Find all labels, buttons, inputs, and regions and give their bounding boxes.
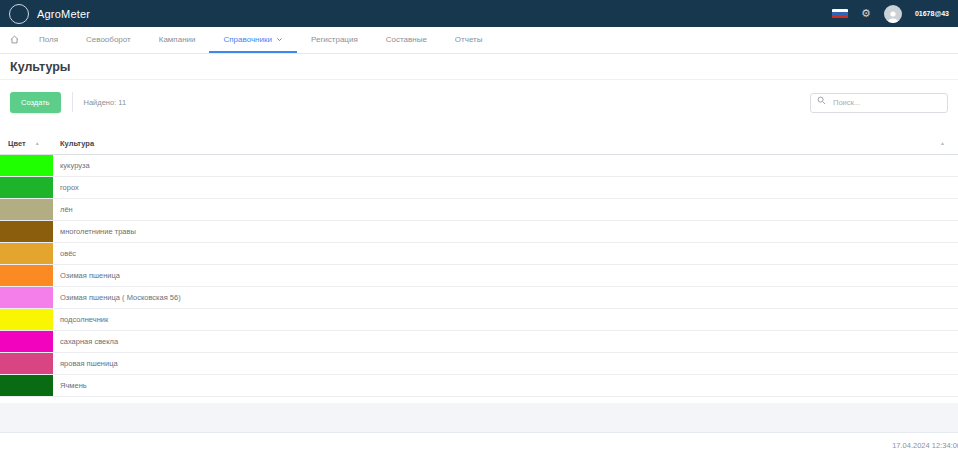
crop-name: многолетниние травы <box>53 221 958 242</box>
crop-name: овёс <box>53 243 958 264</box>
main-nav: Поля Севооборот Кампании Справочники Рег… <box>0 27 958 54</box>
nav-tab-composites[interactable]: Составные <box>372 27 441 53</box>
chevron-down-icon <box>276 36 283 43</box>
nav-tab-label: Справочники <box>223 35 271 44</box>
toolbar: Создать Найдено: 11 <box>0 80 958 124</box>
table-body: кукурузагорохлёнмноголетниние травыовёсО… <box>0 155 958 397</box>
nav-tab-reports[interactable]: Отчеты <box>441 27 497 53</box>
column-header-color[interactable]: Цвет ▲ <box>0 139 53 148</box>
crop-name: Ячмень <box>53 375 958 396</box>
app-brand[interactable]: AgroMeter <box>9 4 90 24</box>
crop-color-swatch <box>0 243 53 264</box>
crop-color-swatch <box>0 177 53 198</box>
crop-color-swatch <box>0 221 53 242</box>
crop-color-swatch <box>0 199 53 220</box>
crop-name: подсолнечник <box>53 309 958 330</box>
top-navbar: AgroMeter ⚙ 01678@43 <box>0 0 958 27</box>
crop-name: Озимая пшеница ( Московская 56) <box>53 287 958 308</box>
footer-timestamp: 17.04.2024 12:34:00 <box>892 441 958 450</box>
crop-color-swatch <box>0 309 53 330</box>
crop-color-swatch <box>0 155 53 176</box>
crop-name: сахарная свекла <box>53 331 958 352</box>
crops-table: Цвет ▲ Культура ▲ кукурузагорохлёнмногол… <box>0 132 958 397</box>
table-row[interactable]: сахарная свекла <box>0 331 958 353</box>
title-bar: Культуры <box>0 54 958 80</box>
table-row[interactable]: Озимая пшеница ( Московская 56) <box>0 287 958 309</box>
nav-tab-registration[interactable]: Регистрация <box>297 27 372 53</box>
column-header-label: Цвет <box>8 139 26 148</box>
toolbar-divider <box>72 92 73 112</box>
footer: 17.04.2024 12:34:00 <box>0 433 958 455</box>
home-icon <box>10 35 19 44</box>
crop-color-swatch <box>0 353 53 374</box>
table-row[interactable]: яровая пшеница <box>0 353 958 375</box>
crop-color-swatch <box>0 331 53 352</box>
table-row[interactable]: овёс <box>0 243 958 265</box>
sort-indicator-icon: ▲ <box>940 141 945 146</box>
table-row[interactable]: Озимая пшеница <box>0 265 958 287</box>
crop-color-swatch <box>0 287 53 308</box>
nav-tab-directories[interactable]: Справочники <box>209 27 296 53</box>
username-label: 01678@43 <box>915 10 949 17</box>
search-icon <box>817 96 826 105</box>
table-row[interactable]: подсолнечник <box>0 309 958 331</box>
home-nav-item[interactable] <box>10 27 25 53</box>
search-input[interactable] <box>810 93 948 113</box>
app-title: AgroMeter <box>37 8 90 20</box>
crop-name: горох <box>53 177 958 198</box>
table-row[interactable]: горох <box>0 177 958 199</box>
column-header-label: Культура <box>60 139 94 148</box>
column-header-crop[interactable]: Культура <box>53 139 94 148</box>
page-title: Культуры <box>10 60 70 74</box>
table-row[interactable]: Ячмень <box>0 375 958 397</box>
nav-tab-campaigns[interactable]: Кампании <box>145 27 210 53</box>
settings-gear-icon[interactable]: ⚙ <box>861 8 871 19</box>
create-button[interactable]: Создать <box>10 92 61 113</box>
crop-color-swatch <box>0 265 53 286</box>
crop-name: лён <box>53 199 958 220</box>
nav-tab-crop-rotation[interactable]: Севооборот <box>72 27 145 53</box>
user-avatar[interactable] <box>884 5 902 23</box>
crop-color-swatch <box>0 375 53 396</box>
table-row[interactable]: многолетниние травы <box>0 221 958 243</box>
person-icon <box>886 9 900 23</box>
crop-name: Озимая пшеница <box>53 265 958 286</box>
nav-tab-fields[interactable]: Поля <box>25 27 72 53</box>
flag-stripe-red <box>832 15 848 18</box>
page-background-band <box>0 403 958 433</box>
found-count-label: Найдено: 11 <box>84 98 127 107</box>
crop-name: яровая пшеница <box>53 353 958 374</box>
table-header: Цвет ▲ Культура ▲ <box>0 132 958 155</box>
table-row[interactable]: лён <box>0 199 958 221</box>
app-logo-icon <box>9 4 29 24</box>
language-flag-icon[interactable] <box>832 9 848 19</box>
sort-asc-icon: ▲ <box>35 141 40 146</box>
crop-name: кукуруза <box>53 155 958 176</box>
table-row[interactable]: кукуруза <box>0 155 958 177</box>
